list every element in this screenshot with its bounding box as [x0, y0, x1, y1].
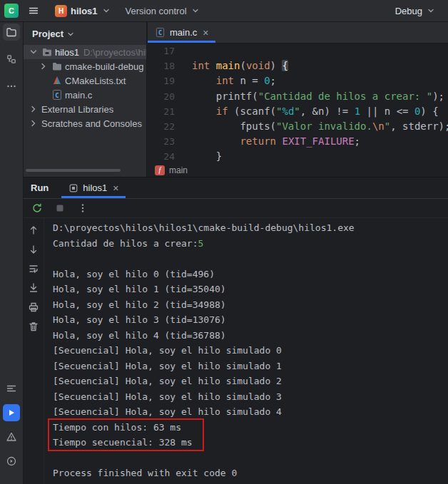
play-icon [7, 408, 16, 417]
console-line: Hola, soy el hilo 1 (tid=35040) [53, 282, 448, 297]
tree-item[interactable]: Scratches and Consoles [24, 116, 146, 130]
c-file-icon: C [51, 89, 63, 101]
c-file-icon: C [155, 27, 166, 38]
stop-icon [54, 202, 66, 214]
console-line: [Secuencial] Hola, soy el hilo simulado … [53, 374, 448, 389]
soft-wrap-button[interactable] [27, 262, 40, 275]
project-widget[interactable]: H hilos1 [50, 3, 116, 19]
tree-item-label: External Libraries [41, 104, 113, 115]
tab-hilos1-run[interactable]: hilos1 × [61, 177, 126, 198]
tree-item[interactable]: Cmain.c [24, 88, 146, 102]
up-stack-trace-button[interactable] [27, 224, 40, 237]
more-options-button[interactable] [76, 202, 89, 215]
tree-item[interactable]: CMakeLists.txt [24, 73, 146, 88]
rerun-button[interactable] [31, 202, 44, 215]
close-icon[interactable]: × [113, 183, 118, 193]
run-tab-label: hilos1 [83, 182, 107, 193]
run-body: D:\proyectos\hilos\hilos1\cmake-build-de… [24, 218, 448, 484]
line-number: 23 [148, 134, 175, 149]
warning-triangle-icon [6, 431, 17, 443]
console-line: [Secuencial] Hola, soy el hilo simulado … [53, 343, 448, 359]
tree-item[interactable]: hilos1D:\proyectos\hilos1 [24, 45, 146, 59]
console-line: Hola, soy el hilo 2 (tid=34988) [53, 297, 448, 313]
version-control-label: Version control [126, 6, 187, 16]
project-panel: Project hilos1D:\proyectos\hilos1cmake-b… [24, 22, 147, 177]
chevron-down-icon [101, 6, 111, 16]
stop-button[interactable] [54, 202, 66, 215]
code-line: 19 int n = 0; [148, 73, 448, 88]
rerun-icon [31, 202, 43, 214]
problems-tool-button[interactable] [3, 428, 20, 446]
project-name: hilos1 [71, 6, 98, 16]
code-line: 17 [148, 43, 448, 58]
code-text: printf("Cantidad de hilos a crear: "); [175, 89, 444, 104]
project-tool-button[interactable] [3, 24, 20, 41]
tree-item[interactable]: cmake-build-debug [24, 59, 146, 73]
line-number: 21 [148, 104, 175, 119]
chevron-down-icon [426, 6, 436, 16]
run-tool-button[interactable] [3, 404, 20, 421]
code-line: 18int main(void) { [148, 58, 448, 73]
function-icon: f [155, 165, 165, 175]
clear-console-button[interactable] [27, 320, 40, 333]
code-text [175, 43, 192, 58]
services-icon [6, 455, 17, 467]
chevron-right-icon[interactable] [28, 103, 39, 115]
line-number: 22 [148, 119, 175, 134]
console-line: [Secuencial] Hola, soy el hilo simulado … [53, 359, 448, 374]
code-text: int main(void) { [175, 58, 288, 73]
tab-label: main.c [170, 27, 197, 38]
services-tool-button[interactable] [3, 453, 20, 470]
application-icon [68, 183, 78, 193]
line-number: 17 [148, 43, 175, 58]
project-folder-icon [41, 46, 53, 58]
more-tool-windows-button[interactable] [3, 78, 20, 95]
clion-window: C H hilos1 Version control Debug [0, 0, 448, 484]
hamburger-icon [28, 5, 39, 16]
run-tab-bar: Run hilos1 × [24, 177, 448, 199]
tree-item-label: CMakeLists.txt [65, 76, 126, 86]
run-tool-window: Run hilos1 × [24, 177, 448, 484]
console-line: Cantidad de hilos a crear:5 [53, 236, 448, 252]
list-tool-button[interactable] [3, 380, 20, 397]
activity-bar [0, 22, 24, 484]
horizontal-scrollbar[interactable] [26, 169, 121, 172]
line-number: 19 [148, 73, 175, 88]
run-config-widget[interactable]: Debug [390, 4, 441, 19]
console-line: Tiempo secuencial: 328 ms [53, 435, 448, 450]
kebab-menu-icon [77, 202, 88, 214]
breadcrumb: f main [148, 163, 448, 177]
project-tree: hilos1D:\proyectos\hilos1cmake-build-deb… [24, 45, 146, 130]
tree-item[interactable]: External Libraries [24, 102, 146, 116]
chevron-right-icon[interactable] [38, 61, 49, 72]
code-text: } [175, 149, 222, 163]
trash-icon [28, 321, 39, 332]
down-stack-trace-button[interactable] [27, 243, 40, 256]
console-output[interactable]: D:\proyectos\hilos\hilos1\cmake-build-de… [44, 218, 448, 484]
print-button[interactable] [27, 301, 40, 314]
chevron-down-icon [190, 6, 200, 16]
console-line [53, 251, 448, 267]
code-area[interactable]: 1718int main(void) {19 int n = 0;20 prin… [148, 43, 448, 163]
tree-indent-spacer [38, 89, 49, 101]
console-toolbar [24, 218, 44, 484]
console-line [53, 450, 448, 466]
folder-icon [51, 61, 63, 72]
chevron-right-icon[interactable] [28, 118, 39, 129]
breadcrumb-item[interactable]: main [169, 165, 188, 175]
tree-item-path: D:\proyectos\hilos1 [83, 47, 146, 58]
tab-main-c[interactable]: C main.c × [148, 22, 215, 43]
editor: C main.c × 1718int main(void) {19 int n … [148, 22, 448, 177]
version-control-widget[interactable]: Version control [121, 4, 205, 19]
close-icon[interactable]: × [203, 28, 208, 38]
console-line: Hola, soy el hilo 3 (tid=13076) [53, 312, 448, 328]
structure-tool-button[interactable] [3, 51, 20, 68]
chevron-down-icon[interactable] [28, 46, 39, 58]
printer-icon [28, 302, 39, 313]
project-panel-header[interactable]: Project [24, 22, 146, 45]
scroll-to-end-button[interactable] [27, 282, 40, 294]
cmake-icon [51, 75, 63, 86]
main-menu-button[interactable] [24, 2, 43, 19]
console-line: D:\proyectos\hilos\hilos1\cmake-build-de… [53, 220, 448, 236]
console-line: [Secuencial] Hola, soy el hilo simulado … [53, 389, 448, 405]
